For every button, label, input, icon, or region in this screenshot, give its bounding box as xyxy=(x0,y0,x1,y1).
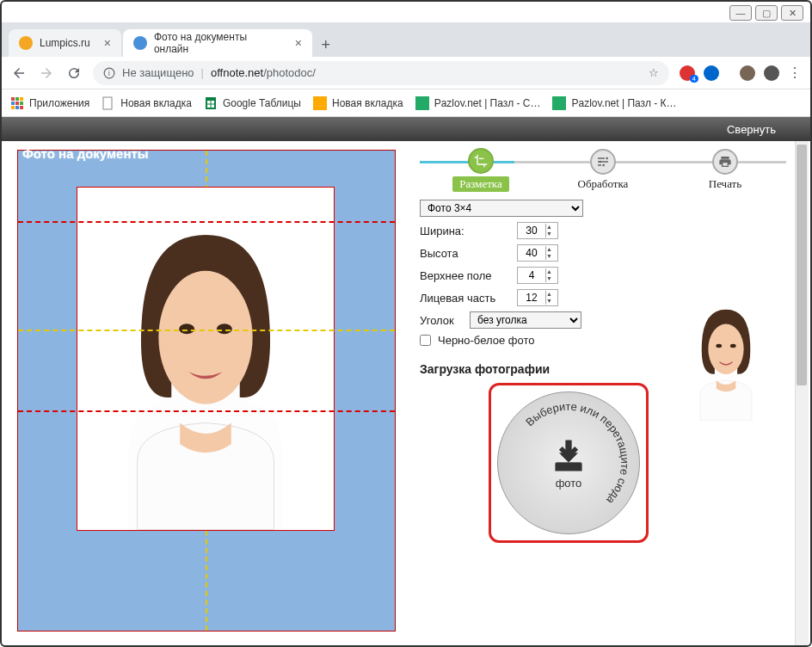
upload-dropzone[interactable]: Выберите или перетащите сюда фото xyxy=(489,383,649,543)
wizard-steps: Разметка Обработка Печать xyxy=(420,148,786,191)
svg-rect-5 xyxy=(11,102,15,105)
extension-icon[interactable]: 4 xyxy=(680,65,695,81)
info-icon: i xyxy=(103,67,115,79)
photo-editor-canvas: Фото на документы xyxy=(2,141,413,645)
guide-eyes[interactable] xyxy=(18,330,396,331)
browser-tab-strip: Lumpics.ru × Фото на документы онлайн × … xyxy=(2,22,810,57)
browser-tab[interactable]: Фото на документы онлайн × xyxy=(123,29,312,57)
star-icon[interactable]: ☆ xyxy=(649,66,659,79)
bookmark-item[interactable]: Pazlov.net | Пазл - С… xyxy=(415,96,541,110)
svg-point-20 xyxy=(602,163,605,166)
bookmark-item[interactable]: Pazlov.net | Пазл - К… xyxy=(552,96,676,110)
svg-rect-6 xyxy=(15,102,19,105)
window-maximize-button[interactable]: ▢ xyxy=(755,5,778,21)
photo-canvas[interactable] xyxy=(17,150,396,632)
svg-point-25 xyxy=(716,344,722,348)
browser-menu-button[interactable]: ⋮ xyxy=(788,65,802,81)
bookmark-item[interactable]: Google Таблицы xyxy=(204,96,301,110)
collapse-button[interactable]: Свернуть xyxy=(727,123,776,136)
svg-rect-11 xyxy=(103,97,112,109)
puzzle-icon xyxy=(415,96,429,110)
face-part-label: Лицевая часть xyxy=(420,292,510,305)
corner-label: Уголок xyxy=(420,314,463,327)
tab-close-button[interactable]: × xyxy=(104,36,111,50)
svg-rect-2 xyxy=(11,97,15,101)
arrow-right-icon xyxy=(39,65,54,81)
svg-rect-9 xyxy=(15,106,19,109)
guide-top-head[interactable] xyxy=(18,221,396,223)
width-label: Ширина: xyxy=(420,225,510,237)
svg-point-17 xyxy=(158,271,252,404)
tab-favicon xyxy=(133,36,147,50)
tab-title: Lumpics.ru xyxy=(40,37,90,49)
portrait-image xyxy=(77,188,334,530)
step-print[interactable]: Печать xyxy=(664,149,786,191)
print-icon xyxy=(712,149,738,175)
bookmark-item[interactable]: Приложения xyxy=(10,96,89,110)
address-bar: i Не защищено | offnote.net/photodoc/ ☆ … xyxy=(2,57,810,89)
main-content: Фото на документы xyxy=(2,141,810,645)
svg-point-21 xyxy=(606,157,608,159)
photo-crop-frame[interactable] xyxy=(77,187,335,531)
arrow-left-icon xyxy=(11,65,27,81)
url-field[interactable]: i Не защищено | offnote.net/photodoc/ ☆ xyxy=(93,61,669,85)
security-label: Не защищено xyxy=(122,66,194,79)
svg-rect-10 xyxy=(20,106,23,109)
sheets-icon xyxy=(204,96,218,110)
upload-circle[interactable]: Выберите или перетащите сюда фото xyxy=(497,391,640,534)
step-markup[interactable]: Разметка xyxy=(420,148,542,192)
svg-rect-8 xyxy=(11,106,15,109)
svg-text:Выберите или перетащите сюда: Выберите или перетащите сюда xyxy=(523,400,631,508)
nav-forward-button[interactable] xyxy=(38,65,55,82)
toolbar-extensions: 4 ⋮ xyxy=(680,65,802,81)
page-scrollbar[interactable] xyxy=(795,141,809,645)
reload-icon xyxy=(66,65,82,81)
bookmarks-bar: Приложения Новая вкладка Google Таблицы … xyxy=(2,89,810,117)
svg-rect-4 xyxy=(20,97,23,101)
svg-rect-3 xyxy=(15,97,19,101)
nav-reload-button[interactable] xyxy=(65,65,83,82)
step-processing[interactable]: Обработка xyxy=(542,149,664,191)
app-toolbar: Свернуть xyxy=(2,117,810,141)
photo-preview xyxy=(674,292,778,421)
apps-icon xyxy=(10,96,24,110)
bookmark-item[interactable]: Новая вкладка xyxy=(102,96,192,110)
tab-title: Фото на документы онлайн xyxy=(154,31,281,55)
tab-close-button[interactable]: × xyxy=(295,36,302,50)
format-select[interactable]: Фото 3×4 xyxy=(420,200,583,217)
settings-panel: Разметка Обработка Печать Фото 3×4 xyxy=(413,141,810,645)
svg-point-26 xyxy=(730,344,736,348)
svg-point-22 xyxy=(599,160,601,163)
window-minimize-button[interactable]: — xyxy=(729,5,752,21)
sliders-icon xyxy=(590,149,616,175)
tab-favicon xyxy=(19,36,33,50)
page-icon xyxy=(102,96,115,110)
nav-back-button[interactable] xyxy=(10,65,28,82)
svg-point-24 xyxy=(708,324,743,375)
bookmark-favicon xyxy=(313,96,327,110)
browser-tab[interactable]: Lumpics.ru × xyxy=(9,29,121,57)
bw-checkbox[interactable] xyxy=(420,335,431,346)
crop-icon xyxy=(468,148,494,174)
canvas-title: Фото на документы xyxy=(22,146,149,161)
extension-icon[interactable] xyxy=(764,65,779,81)
top-margin-label: Верхнее поле xyxy=(420,269,510,282)
bw-label: Черно-белое фото xyxy=(438,334,534,347)
puzzle-icon xyxy=(552,96,566,110)
extension-icon[interactable] xyxy=(704,65,719,81)
face-part-input[interactable]: ▲▼ xyxy=(517,289,558,306)
corner-select[interactable]: без уголка xyxy=(470,311,581,329)
new-tab-button[interactable]: + xyxy=(314,33,338,57)
svg-rect-7 xyxy=(20,102,23,105)
guide-chin[interactable] xyxy=(18,410,396,412)
profile-avatar[interactable] xyxy=(740,65,755,81)
svg-text:i: i xyxy=(108,69,110,77)
height-input[interactable]: ▲▼ xyxy=(517,244,558,262)
height-label: Высота xyxy=(420,247,510,260)
upload-curved-text: Выберите или перетащите сюда xyxy=(498,392,639,533)
width-input[interactable]: ▲▼ xyxy=(517,222,558,239)
bookmark-item[interactable]: Новая вкладка xyxy=(313,96,403,110)
scrollbar-thumb[interactable] xyxy=(797,145,807,385)
window-close-button[interactable]: ✕ xyxy=(781,5,803,21)
top-margin-input[interactable]: ▲▼ xyxy=(517,267,558,284)
